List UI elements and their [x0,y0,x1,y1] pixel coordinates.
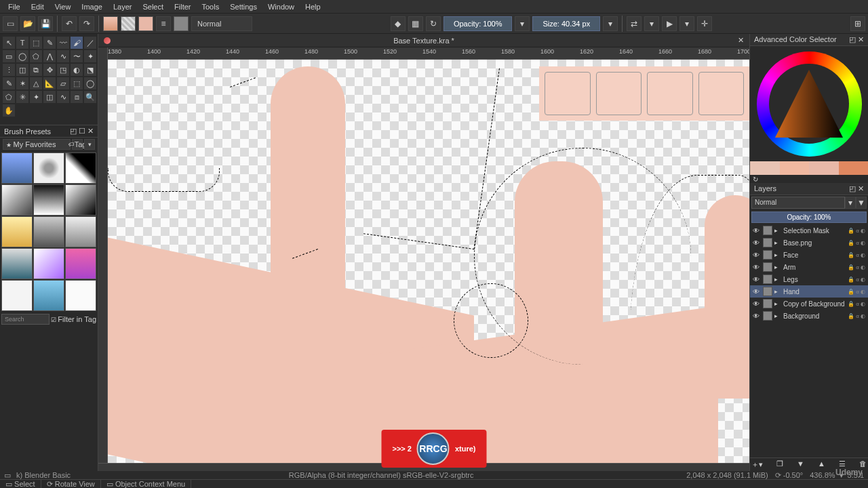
layer-row[interactable]: 👁▸Arm🔒 α ◐ [750,261,868,273]
duplicate-layer-button[interactable]: ❐ [776,460,783,470]
fg-color-swatch[interactable] [138,16,153,31]
layer-filter-button[interactable]: ▼ [856,197,867,209]
brush-preset[interactable] [65,216,96,247]
menu-settings[interactable]: Settings [224,1,262,12]
filter-in-tag-checkbox[interactable]: ☑ Filter in Tag [51,315,96,323]
menu-window[interactable]: Window [262,1,300,12]
layer-row[interactable]: 👁▸Selection Mask🔒 α ◐ [750,224,868,237]
measure-tool[interactable]: 📐 [43,77,56,89]
menu-select[interactable]: Select [137,1,169,12]
layer-lock-icons[interactable]: 🔒 α ◐ [848,252,865,258]
move-up-button[interactable]: ▲ [818,460,825,470]
picker-tool[interactable]: ✎ [3,77,15,89]
transform-tool[interactable]: ↖ [3,37,15,49]
mirror-h-button[interactable]: ⇄ [627,16,642,31]
layer-lock-icons[interactable]: 🔒 α ◐ [848,264,865,270]
mirror-v-menu-button[interactable]: ▾ [679,16,694,31]
select-magnetic-tool[interactable]: ⧈ [71,91,83,103]
alpha-lock-button[interactable]: ▦ [408,16,423,31]
brush-preset[interactable] [1,280,33,311]
document-tab[interactable]: Base Texture.kra * ✕ [98,34,749,47]
dynamic-tool[interactable]: ✦ [84,50,96,62]
mirror-v-button[interactable]: ▶ [662,16,677,31]
shape-tool[interactable]: ⬚ [30,37,42,49]
history-swatch[interactable] [780,161,810,175]
select-contig-tool[interactable]: ✦ [30,91,42,103]
preset-tag-dropdown[interactable]: ★ My Favorites [3,139,71,150]
menu-layer[interactable]: Layer [108,1,138,12]
layer-visibility-toggle[interactable]: 👁 [753,300,761,308]
mirror-h-menu-button[interactable]: ▾ [644,16,659,31]
layer-lock-icons[interactable]: 🔒 α ◐ [848,228,865,234]
layer-expand-icon[interactable]: ▸ [774,300,781,307]
size-options-button[interactable]: ▾ [603,16,618,31]
move-tool2[interactable]: ✥ [43,64,56,76]
brush-preset[interactable] [33,280,64,311]
menu-image[interactable]: Image [76,1,108,12]
layer-row[interactable]: 👁▸Hand🔒 α ◐ [750,285,868,298]
canvas[interactable] [108,60,749,463]
brush-preset[interactable] [1,184,33,216]
move-down-button[interactable]: ▼ [797,460,804,470]
layer-row[interactable]: 👁▸Face🔒 α ◐ [750,249,868,261]
text-tool[interactable]: ✎ [43,37,56,49]
layer-visibility-toggle[interactable]: 👁 [753,227,761,235]
new-doc-button[interactable]: ▭ [3,16,18,31]
layer-visibility-toggle[interactable]: 👁 [753,276,761,283]
history-swatch[interactable] [809,161,839,175]
history-swatch[interactable] [839,161,869,175]
wrap-button[interactable]: ✛ [697,16,712,31]
eraser-mode-button[interactable]: ◆ [391,16,406,31]
tag-button[interactable]: 🏷 Tag [72,139,83,150]
layer-lock-icons[interactable]: 🔒 α ◐ [848,301,865,307]
brush-preset[interactable] [33,184,64,216]
layer-expand-icon[interactable]: ▸ [774,227,781,234]
brush-tool[interactable]: 🖌 [71,37,83,49]
save-button[interactable]: 💾 [38,16,53,31]
reload-preset-button[interactable]: ↻ [426,16,441,31]
panel-controls[interactable]: ◰ ✕ [849,184,864,193]
menu-help[interactable]: Help [300,1,326,12]
layer-expand-icon[interactable]: ▸ [774,251,781,258]
status-zoom[interactable]: 436.8% [810,471,835,479]
select-similar-tool[interactable]: ◫ [43,91,56,103]
brush-preset[interactable] [65,248,96,279]
brush-preset[interactable] [33,152,64,184]
layer-expand-icon[interactable]: ▸ [774,239,781,246]
layer-blend-dropdown[interactable]: Normal [751,197,845,209]
brush-tip-button[interactable] [174,16,189,31]
layer-row[interactable]: 👁▸Base.png🔒 α ◐ [750,237,868,249]
ref-tool[interactable]: ▱ [57,77,69,89]
polygon-tool[interactable]: ⬠ [30,50,42,62]
undo-button[interactable]: ↶ [62,16,77,31]
preset-search-input[interactable]: Search [1,314,50,325]
layer-visibility-toggle[interactable]: 👁 [753,251,761,259]
select-rect-tool[interactable]: ⬚ [71,77,83,89]
layer-expand-icon[interactable]: ▸ [774,276,781,283]
rect-tool[interactable]: ▭ [3,50,15,62]
transform2-tool[interactable]: ◳ [57,64,69,76]
gradient-tool[interactable]: ⬔ [84,64,96,76]
color-triangle[interactable] [775,70,843,138]
menu-filter[interactable]: Filter [169,1,196,12]
fill-tool[interactable]: ◐ [71,64,83,76]
freehand-path-tool[interactable]: 〜 [71,50,83,62]
brush-preset[interactable] [33,248,64,279]
line-tool[interactable]: ／ [84,37,96,49]
select-ellipse-tool[interactable]: ◯ [84,77,96,89]
history-swatch[interactable] [750,161,780,175]
add-layer-button[interactable]: ＋▾ [751,460,763,470]
edit-shapes-tool[interactable]: ◫ [16,64,28,76]
layer-expand-icon[interactable]: ▸ [774,264,781,270]
gradient-swatch[interactable] [103,16,118,31]
layer-row[interactable]: 👁▸Background🔒 α ◐ [750,310,868,322]
tag-options-button[interactable]: ▾ [84,139,95,150]
layer-row[interactable]: 👁▸Legs🔒 α ◐ [750,273,868,285]
menu-file[interactable]: File [3,1,26,12]
brush-preset[interactable] [1,152,33,184]
brush-preset[interactable] [1,216,33,247]
color-wheel[interactable] [757,52,862,157]
layer-lock-icons[interactable]: 🔒 α ◐ [848,277,865,283]
layer-visibility-toggle[interactable]: 👁 [753,239,761,247]
select-free-tool[interactable]: ✳ [16,91,28,103]
